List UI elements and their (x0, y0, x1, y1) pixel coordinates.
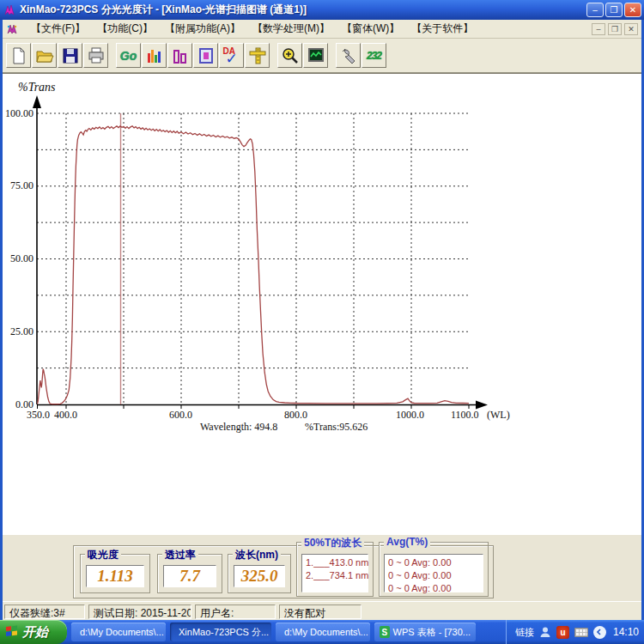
menu-math[interactable]: 【数学处理(M)】 (246, 20, 336, 38)
child-minimize-button[interactable]: – (592, 23, 605, 35)
x-tick-800: 800.0 (284, 409, 307, 422)
rs232-button[interactable]: 232 (361, 43, 386, 68)
data-check-button[interactable]: DA✓ (219, 43, 244, 68)
taskbar-item-xinmao[interactable]: XinMao-723PCS 分... (170, 623, 271, 641)
avg-list: 0 ~ 0 Avg: 0.00 0 ~ 0 Avg: 0.00 0 ~ 0 Av… (384, 554, 483, 592)
print-button[interactable] (83, 43, 108, 68)
transmittance-display: 7.7 (163, 565, 216, 587)
absorbance-label: 吸光度 (85, 548, 121, 562)
wrench-icon (339, 46, 358, 65)
absorbance-value: 1.113 (97, 567, 133, 586)
open-file-button[interactable] (32, 43, 57, 68)
cursor-wavelength-readout: Wavelength: 494.8 (200, 421, 277, 434)
taskbar-item-label: d:\My Documents\... (80, 627, 164, 637)
y-tick-50: 50.00 (4, 252, 33, 265)
status-test-date: 测试日期: 2015-11-20 (88, 605, 191, 619)
menu-accessory[interactable]: 【附属功能(A)】 (159, 20, 246, 38)
start-label: 开始 (22, 624, 48, 641)
x-tick-600: 600.0 (169, 409, 192, 422)
floppy-disk-icon (61, 46, 80, 65)
transmittance-value: 7.7 (179, 567, 200, 586)
absorbance-display: 1.113 (86, 565, 144, 587)
y-tick-100: 100.00 (4, 107, 33, 120)
measurement-panel: 吸光度 1.113 透过率 7.7 波长(nm) 325.0 50%T的波长 1… (3, 534, 641, 601)
desktop: XinMao-723PCS 分光光度计 - [XinMao-光谱扫描图谱 (通道… (0, 0, 644, 644)
avg-row-1: 0 ~ 0 Avg: 0.00 (388, 556, 479, 569)
scale-ruler-button[interactable] (245, 43, 270, 68)
spectrum-bars-button[interactable] (142, 43, 167, 68)
half-t-row-1: 1.___413.0 nm (306, 556, 364, 569)
status-bar: 仪器狭缝:3# 测试日期: 2015-11-20 用户名: 没有配对 (3, 601, 641, 620)
menu-function[interactable]: 【功能(C)】 (91, 20, 159, 38)
go-icon: Go (120, 49, 137, 63)
minimize-button[interactable]: – (586, 3, 604, 17)
avg-group: Avg(T%) 0 ~ 0 Avg: 0.00 0 ~ 0 Avg: 0.00 … (379, 542, 489, 597)
magnifier-zoom-icon (281, 46, 300, 65)
settings-wrench-button[interactable] (336, 43, 361, 68)
close-button[interactable]: ✕ (624, 3, 641, 17)
ruler-icon (248, 46, 267, 65)
bar-graph-button[interactable] (167, 43, 192, 68)
avg-row-2: 0 ~ 0 Avg: 0.00 (388, 569, 479, 582)
menu-bar: 【文件(F)】 【功能(C)】 【附属功能(A)】 【数学处理(M)】 【窗体(… (3, 20, 641, 39)
wavelength-group: 波长(nm) 325.0 (228, 554, 291, 593)
user-tray-icon[interactable] (539, 626, 551, 638)
x-tick-1000: 1000.0 (396, 409, 424, 422)
bar-graph-icon (171, 46, 190, 65)
window-title: XinMao-723PCS 分光光度计 - [XinMao-光谱扫描图谱 (通道… (20, 3, 586, 17)
transmittance-group: 透过率 7.7 (157, 554, 222, 593)
restore-button[interactable]: ❐ (605, 3, 623, 17)
half-t-list: 1.___413.0 nm 2.___734.1 nm (301, 554, 368, 592)
spectrum-bars-icon (145, 46, 164, 65)
input-method-icon[interactable]: u (556, 626, 569, 639)
wps-icon: S (380, 626, 390, 638)
taskbar-clock: 14:10 (613, 626, 639, 638)
half-t-row-2: 2.___734.1 nm (306, 569, 364, 582)
status-slit: 仪器狭缝:3# (4, 605, 85, 619)
menu-window[interactable]: 【窗体(W)】 (336, 20, 405, 38)
windows-flag-icon (5, 625, 19, 639)
status-pairing: 没有配对 (279, 605, 361, 619)
menu-about[interactable]: 【关于软件】 (405, 20, 479, 38)
taskbar-item-documents-2[interactable]: d:\My Documents\... (276, 623, 370, 641)
start-button[interactable]: 开始 (0, 620, 67, 644)
child-close-button[interactable]: ✕ (624, 23, 638, 35)
x-tick-350: 350.0 (27, 409, 50, 422)
new-document-button[interactable] (6, 43, 31, 68)
collapse-chevron-icon[interactable] (593, 626, 606, 639)
avg-row-3: 0 ~ 0 Avg: 0.00 (388, 582, 479, 595)
app-window: 【文件(F)】 【功能(C)】 【附属功能(A)】 【数学处理(M)】 【窗体(… (0, 20, 644, 620)
wavelength-value: 325.0 (241, 567, 278, 586)
y-tick-25: 25.00 (4, 325, 33, 338)
wavelength-display: 325.0 (234, 565, 285, 587)
status-username: 用户名: (195, 605, 276, 619)
spectral-scan-plot[interactable] (3, 74, 518, 443)
go-scan-button[interactable]: Go (116, 43, 141, 68)
taskbar-item-label: XinMao-723PCS 分... (179, 626, 269, 639)
taskbar-item-label: WPS 表格 - [730... (393, 626, 471, 639)
app-logo-icon (3, 3, 16, 17)
half-t-group: 50%T的波长 1.___413.0 nm 2.___734.1 nm (296, 542, 374, 597)
x-axis-unit-label: (WL) (487, 409, 510, 422)
monitor-chart-icon (307, 46, 325, 65)
display-chart-button[interactable] (303, 43, 328, 68)
links-toolbar-label[interactable]: 链接 (515, 626, 534, 639)
system-tray: 链接 u 14:10 (506, 620, 644, 644)
wavelength-label: 波长(nm) (233, 548, 281, 562)
form-window-icon (197, 46, 216, 65)
taskbar-item-wps[interactable]: S WPS 表格 - [730... (374, 623, 476, 641)
save-button[interactable] (58, 43, 82, 68)
child-restore-button[interactable]: ❐ (608, 23, 622, 35)
taskbar: 开始 d:\My Documents\... XinMao-723PCS 分..… (0, 620, 644, 644)
absorbance-group: 吸光度 1.113 (80, 554, 150, 593)
taskbar-item-documents-1[interactable]: d:\My Documents\... (71, 623, 166, 641)
keyboard-tray-icon[interactable] (574, 628, 588, 637)
taskbar-item-label: d:\My Documents\... (284, 627, 368, 637)
chart-client-area: %Trans 100.00 75.00 50.00 25.00 0.00 350… (3, 73, 641, 534)
form-window-button[interactable] (193, 43, 218, 68)
child-window-icon (6, 23, 18, 35)
menu-file[interactable]: 【文件(F)】 (25, 20, 91, 38)
half-t-label: 50%T的波长 (301, 536, 364, 550)
printer-icon (87, 46, 106, 65)
zoom-button[interactable] (277, 43, 302, 68)
